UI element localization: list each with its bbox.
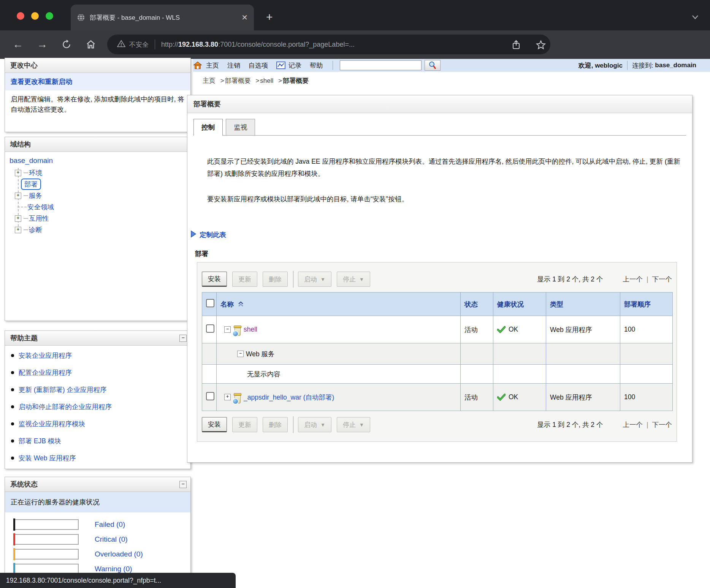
browser-tab[interactable]: 部署概要 - base_domain - WLS ✕ [71,5,254,30]
reload-icon[interactable] [59,37,74,53]
column-header-name[interactable]: 名称 [217,292,461,316]
stop-button[interactable]: 停止▼ [337,272,370,287]
window-close-button[interactable] [17,12,24,20]
tree-link-security-realms[interactable]: 安全领域 [27,202,54,212]
delete-button[interactable]: 删除 [263,272,288,287]
overloaded-label[interactable]: Overloaded (0) [95,550,143,558]
previous-page-link[interactable]: 上一个 [623,275,643,284]
update-button[interactable]: 更新 [232,417,257,432]
install-button[interactable]: 安装 [202,272,227,287]
help-link[interactable]: 监视企业应用程序模块 [19,420,85,428]
help-topics-panel: 帮助主题 − 安装企业应用程序 配置企业应用程序 更新 (重新部署) 企业应用程… [5,330,191,469]
warning-label[interactable]: Warning (0) [95,565,132,573]
critical-label[interactable]: Critical (0) [95,535,128,544]
forward-icon[interactable]: → [35,37,49,52]
type-value: Web 应用程序 [546,384,620,411]
customize-table-link[interactable]: 定制此表 [200,230,226,239]
chevron-down-icon: ▼ [320,277,325,282]
address-bar[interactable]: 不安全 http://192.168.3.80:7001/console/con… [107,35,550,54]
tab-close-icon[interactable]: ✕ [241,13,248,22]
start-button[interactable]: 启动▼ [298,272,331,287]
window-zoom-button[interactable] [46,12,53,20]
tree-root-base-domain[interactable]: base_domain [10,156,53,164]
previous-page-link[interactable]: 上一个 [623,420,643,429]
help-link[interactable]: 部署 EJB 模块 [19,437,61,445]
list-item: 更新 (重新部署) 企业应用程序 [19,385,190,394]
back-icon[interactable]: ← [11,37,25,52]
tree-link-services[interactable]: 服务 [29,191,42,200]
banner-record-link[interactable]: 记录 [288,61,301,70]
expand-plus-icon[interactable]: + [15,170,21,176]
start-button[interactable]: 启动▼ [298,417,331,432]
deployment-link-shell[interactable]: shell [244,326,257,334]
tab-control[interactable]: 控制 [193,119,223,136]
security-warning-icon[interactable] [117,40,125,49]
tree-link-diagnostics[interactable]: 诊断 [29,225,42,234]
new-tab-button[interactable]: + [266,11,273,23]
home-banner-icon[interactable] [193,61,202,70]
view-changes-link[interactable]: 查看更改和重新启动 [11,78,72,85]
domain-structure-panel: 域结构 base_domain + 环境 部署 + 服务 [5,137,191,321]
help-link[interactable]: 启动和停止部署的企业应用程序 [19,403,112,411]
help-link[interactable]: 更新 (重新部署) 企业应用程序 [19,386,106,394]
expand-plus-icon[interactable]: + [15,215,21,222]
column-header-order[interactable]: 部署顺序 [620,292,673,316]
search-button[interactable] [425,60,441,71]
collapse-icon[interactable]: − [179,335,187,342]
help-link[interactable]: 安装企业应用程序 [19,352,72,359]
failed-gauge-bar [13,519,79,530]
expand-plus-icon[interactable]: + [15,227,21,233]
banner-home-link[interactable]: 主页 [206,61,219,70]
next-page-link[interactable]: 下一个 [652,275,672,284]
expand-plus-icon[interactable]: + [224,394,231,400]
ok-check-icon [497,394,506,401]
window-minimize-button[interactable] [31,12,39,20]
deployment-link-appsdir-hello-war[interactable]: _appsdir_hello_war (自动部署) [244,393,334,402]
breadcrumb-deployments[interactable]: 部署概要 [225,77,251,84]
tab-monitor[interactable]: 监视 [226,119,255,135]
column-header-state[interactable]: 状态 [461,292,493,316]
update-button[interactable]: 更新 [232,272,257,287]
collapse-minus-icon[interactable]: − [237,351,244,357]
stop-button[interactable]: 停止▼ [337,417,370,432]
home-icon[interactable] [84,37,98,53]
tab-search-chevron-icon[interactable] [691,14,699,21]
breadcrumb-shell[interactable]: shell [260,77,273,84]
row-checkbox[interactable] [206,324,214,333]
tree-link-environment[interactable]: 环境 [29,168,42,177]
help-link[interactable]: 配置企业应用程序 [19,369,72,376]
column-header-type[interactable]: 类型 [546,292,620,316]
delete-button[interactable]: 删除 [263,417,288,432]
share-icon[interactable] [512,40,521,51]
gauge-row-overloaded: Overloaded (0) [13,549,190,560]
install-button[interactable]: 安装 [202,417,227,432]
expand-plus-icon[interactable]: + [15,193,21,199]
help-link[interactable]: 安装 Web 应用程序 [19,454,76,462]
next-page-link[interactable]: 下一个 [652,420,672,429]
breadcrumb-home[interactable]: 主页 [203,77,216,84]
collapse-icon[interactable]: − [179,481,187,488]
row-checkbox[interactable] [206,392,214,400]
banner-session-info: 欢迎, weblogic 连接到: base_domain [578,59,696,72]
tree-link-interoperability[interactable]: 互用性 [29,214,49,223]
tree-link-deployments[interactable]: 部署 [24,180,38,188]
customize-arrow-icon[interactable] [190,230,197,239]
failed-label[interactable]: Failed (0) [95,520,125,529]
banner-preferences-link[interactable]: 自选项 [249,61,268,70]
domain-tree: + 环境 部署 + 服务 安全领域 + [10,167,186,236]
table-row: 无显示内容 [202,365,673,384]
record-chart-icon[interactable] [276,62,285,69]
deployment-summary-panel: 部署概要 控制 监视 此页显示了已经安装到此域的 Java EE 应用程序和独立… [187,95,693,463]
banner-logout-link[interactable]: 注销 [227,61,240,70]
collapse-minus-icon[interactable]: − [224,326,231,333]
table-toolbar-top: 安装 更新 删除 启动▼ 停止▼ 显示 1 到 2 个, 共 2 个 上一个 |… [197,262,677,292]
bookmark-star-icon[interactable] [536,40,546,51]
select-all-checkbox[interactable] [206,299,214,307]
table-row: + _appsdir_hello_war (自动部署) 活动 OK Web 应用… [202,384,673,411]
list-item: 启动和停止部署的企业应用程序 [19,402,190,411]
banner-help-link[interactable]: 帮助 [310,61,323,70]
weblogic-console-page: 主页 注销 自选项 记录 帮助 欢迎, weblogic 连接到: base_d… [0,59,710,588]
column-header-health[interactable]: 健康状况 [493,292,546,316]
search-input[interactable] [340,60,422,70]
banner-separator [333,61,333,70]
